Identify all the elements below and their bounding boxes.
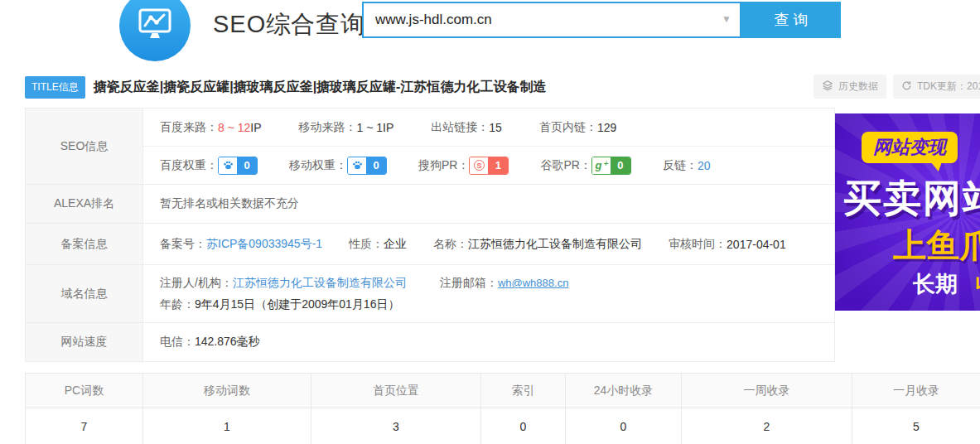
- domain-age-label: 年龄：: [160, 297, 195, 312]
- baidu-weight-badge[interactable]: 0: [218, 157, 258, 175]
- baidu-traffic-label: 百度来路：: [160, 120, 218, 135]
- history-data-button[interactable]: 历史数据: [813, 75, 886, 99]
- row-label-domain: 域名信息: [26, 265, 143, 322]
- registrant-link[interactable]: 江苏恒德力化工设备制造有限公司: [233, 276, 407, 291]
- mobile-traffic-value: 1 ~ 1: [357, 121, 384, 134]
- icp-nature-label: 性质：: [349, 237, 384, 252]
- row-speed: 网站速度 电信：142.876毫秒: [26, 323, 834, 362]
- col-24h-collect: 24小时收录: [566, 374, 682, 408]
- val-pc-words: 7: [26, 408, 143, 444]
- email-label: 注册邮箱：: [440, 276, 498, 291]
- col-mobile-words: 移动词数: [143, 374, 311, 408]
- title-info-badge: TITLE信息: [25, 76, 85, 99]
- icp-number-label: 备案号：: [160, 237, 206, 252]
- mobile-weight-badge[interactable]: 0: [347, 157, 387, 175]
- row-seo-info: SEO信息 百度来路：8 ~ 12 IP 移动来路：1 ~ 1 IP 出站链接：…: [26, 109, 834, 185]
- query-button[interactable]: 查 询: [741, 2, 841, 38]
- speed-label: 电信：: [160, 335, 195, 350]
- baidu-weight-value: 0: [237, 157, 257, 174]
- app-logo: [119, 0, 191, 61]
- seo-traffic-line: 百度来路：8 ~ 12 IP 移动来路：1 ~ 1 IP 出站链接：15 首页内…: [143, 109, 834, 147]
- icp-name-value: 江苏恒德力化工设备制造有限公司: [468, 237, 642, 252]
- homepage-links-value: 129: [597, 121, 616, 134]
- icp-nature-value: 企业: [384, 237, 407, 252]
- tdk-update-label: TDK更新：2018: [917, 80, 980, 94]
- row-label-icp: 备案信息: [26, 224, 143, 264]
- row-label-seo: SEO信息: [26, 109, 143, 184]
- val-month-collect: 5: [852, 408, 980, 444]
- ad-banner[interactable]: 网站变现 买卖网站 上鱼爪 长期收站: [835, 113, 980, 311]
- seo-info-table: SEO信息 百度来路：8 ~ 12 IP 移动来路：1 ~ 1 IP 出站链接：…: [25, 108, 835, 362]
- baidu-paw-icon: [219, 157, 237, 174]
- ad-footer-left: 长期: [913, 272, 958, 297]
- title-actions: 历史数据 TDK更新：2018: [813, 75, 980, 99]
- baidu-weight-label: 百度权重：: [160, 158, 218, 173]
- dropdown-caret-icon[interactable]: ▼: [722, 13, 731, 25]
- backlink-value[interactable]: 20: [698, 159, 711, 172]
- seo-query-page: SEO综合查询 ▼ 查 询 TITLE信息 搪瓷反应釜|搪瓷反应罐|搪玻璃反应釜…: [0, 0, 980, 444]
- google-pr-label: 谷歌PR：: [540, 158, 591, 173]
- homepage-links-label: 首页内链：: [539, 120, 597, 135]
- col-week-collect: 一周收录: [682, 374, 852, 408]
- col-month-collect: 一月收录: [852, 374, 980, 408]
- page-title: SEO综合查询: [213, 8, 365, 41]
- row-domain: 域名信息 注册人/机构：江苏恒德力化工设备制造有限公司 注册邮箱：wh@wh88…: [26, 265, 834, 323]
- ad-headline: 买卖网站: [843, 173, 980, 224]
- sogou-pr-badge[interactable]: S 1: [469, 157, 509, 175]
- mobile-traffic-label: 移动来路：: [299, 120, 357, 135]
- col-homepage-position: 首页位置: [311, 374, 481, 408]
- stats-header-row: PC词数 移动词数 首页位置 索引 24小时收录 一周收录 一月收录: [26, 374, 980, 408]
- stats-values-row: 7 1 3 0 0 2 5: [26, 408, 980, 444]
- google-plus-icon: g⁺: [592, 157, 611, 174]
- col-index: 索引: [481, 374, 566, 408]
- tdk-update-button[interactable]: TDK更新：2018: [893, 75, 980, 99]
- search-bar: ▼ 查 询: [362, 2, 841, 38]
- outbound-links-label: 出站链接：: [431, 120, 489, 135]
- outbound-links-value: 15: [489, 121, 502, 134]
- ad-footer-right: 收站: [976, 272, 980, 297]
- sogou-pr-value: 1: [488, 157, 508, 174]
- site-title-text: 搪瓷反应釜|搪瓷反应罐|搪玻璃反应釜|搪玻璃反应罐-江苏恒德力化工设备制造: [94, 79, 547, 96]
- speed-value: 142.876毫秒: [195, 335, 260, 350]
- sogou-pr-label: 搜狗PR：: [418, 158, 469, 173]
- stats-table: PC词数 移动词数 首页位置 索引 24小时收录 一周收录 一月收录 7 1 3…: [25, 373, 980, 444]
- mobile-traffic-suffix: IP: [383, 121, 393, 134]
- google-pr-badge[interactable]: g⁺ 0: [591, 157, 631, 175]
- title-bar: TITLE信息 搪瓷反应釜|搪瓷反应罐|搪玻璃反应釜|搪玻璃反应罐-江苏恒德力化…: [25, 76, 546, 98]
- sogou-icon: S: [470, 157, 488, 174]
- icp-audit-label: 审核时间：: [669, 237, 727, 252]
- layers-icon: [822, 80, 833, 94]
- registrant-label: 注册人/机构：: [160, 276, 233, 291]
- monitor-chart-icon: [135, 4, 175, 47]
- history-data-label: 历史数据: [838, 80, 878, 94]
- domain-age-value: 9年4月15日（创建于2009年01月16日）: [195, 297, 399, 312]
- search-input[interactable]: [362, 2, 741, 38]
- ad-bubble: 网站变现: [862, 132, 958, 163]
- mobile-weight-value: 0: [366, 157, 386, 174]
- ad-footer: 长期收站: [913, 269, 980, 299]
- baidu-traffic-suffix: IP: [250, 121, 261, 134]
- val-index: 0: [481, 408, 566, 444]
- row-icp: 备案信息 备案号：苏ICP备09033945号-1 性质：企业 名称：江苏恒德力…: [26, 224, 834, 265]
- refresh-icon: [901, 80, 912, 94]
- val-week-collect: 2: [682, 408, 852, 444]
- seo-metrics-line: 百度权重： 0 移动权重： 0 搜狗PR：: [143, 147, 834, 184]
- col-pc-words: PC词数: [26, 374, 143, 408]
- google-pr-value: 0: [611, 157, 630, 174]
- val-mobile-words: 1: [143, 408, 311, 444]
- icp-name-label: 名称：: [433, 237, 468, 252]
- icp-audit-value: 2017-04-01: [727, 238, 786, 251]
- val-homepage-position: 3: [311, 408, 481, 444]
- val-24h-collect: 0: [566, 408, 682, 444]
- email-link[interactable]: wh@wh888.cn: [498, 277, 568, 289]
- baidu-mobile-paw-icon: [348, 157, 366, 174]
- backlink-label: 反链：: [663, 158, 698, 173]
- baidu-traffic-value: 8 ~ 12: [218, 121, 250, 134]
- icp-number-link[interactable]: 苏ICP备09033945号-1: [206, 237, 322, 252]
- alexa-text: 暂无排名或相关数据不充分: [160, 196, 299, 211]
- row-label-alexa: ALEXA排名: [26, 185, 143, 223]
- mobile-weight-label: 移动权重：: [289, 158, 347, 173]
- row-label-speed: 网站速度: [26, 323, 143, 361]
- row-alexa: ALEXA排名 暂无排名或相关数据不充分: [26, 185, 834, 224]
- ad-subline: 上鱼爪: [893, 223, 980, 268]
